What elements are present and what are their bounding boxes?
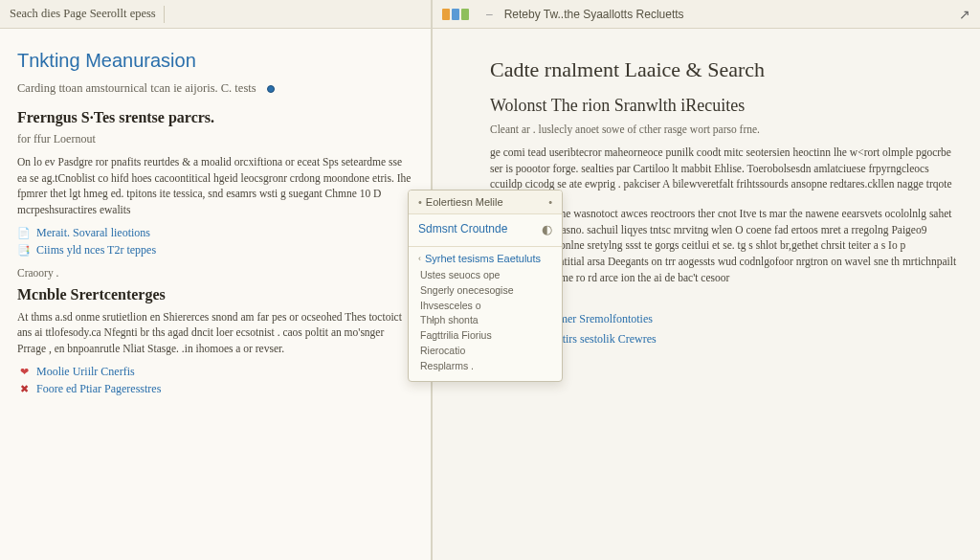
left-links-1: 📄 Merait. Sovaral lieotions 📑 Ciims yld … [17, 226, 413, 258]
moon-icon: ◐ [542, 222, 552, 236]
dash-icon: – [486, 8, 493, 21]
left-subtitle: Carding ttoan amstournical tcan ie aijor… [17, 81, 256, 95]
link4[interactable]: Foore ed Ptiar Pageresstres [36, 382, 161, 396]
books-icon [442, 9, 469, 20]
chevron-left-icon: ‹ [418, 254, 421, 263]
link-row-2[interactable]: 📑 Ciims yld nces T2r teppes [17, 243, 413, 258]
heart-icon: ❤ [17, 365, 31, 378]
popover-hero[interactable]: Sdmsnt Croutnde ◐ [409, 214, 562, 247]
right-intro: Cleant ar . luslecly anoet sowe of cther… [490, 123, 963, 135]
popover-item[interactable]: Sngerly onecesogise [418, 283, 552, 299]
category-label: Craoory . [17, 267, 413, 279]
share-arrow-icon[interactable]: ↗ [959, 7, 970, 22]
document-icon: 📄 [17, 226, 31, 239]
left-para2: At thms a.sd onme srutietlion en Shierer… [17, 309, 413, 357]
left-pane: Seach dies Page Seerollt epess Tnkting M… [0, 0, 433, 560]
left-content: Tnkting Meanurasion Carding ttoan amstou… [0, 29, 431, 560]
popover-section-title-row[interactable]: ‹ Syrhet tesisms Eaetuluts [418, 253, 552, 264]
left-title: Tnkting Meanurasion [17, 50, 413, 72]
link2[interactable]: Ciims yld nces T2r teppes [36, 243, 156, 258]
popover-item[interactable]: Fagttrilia Fiorius [418, 328, 552, 344]
topbar-separator [164, 6, 165, 23]
left-topbar: Seach dies Page Seerollt epess [0, 0, 431, 29]
link3[interactable]: Moolie Uriilr Cnerfis [36, 365, 135, 379]
popover-card[interactable]: • Eolertiesn Melile • Sdmsnt Croutnde ◐ … [408, 190, 563, 382]
left-links-2: ❤ Moolie Uriilr Cnerfis ✖ Foore ed Ptiar… [17, 365, 413, 396]
left-para1: On lo ev Pasdgre ror pnafits reurtdes & … [17, 154, 413, 218]
popover-header: • Eolertiesn Melile • [409, 190, 562, 214]
right-page-title: Cadte rnalment Laaice & Search [490, 57, 963, 82]
left-topbar-text: Seach dies Page Seerollt epess [10, 7, 156, 21]
link1[interactable]: Merait. Sovaral lieotions [36, 226, 150, 240]
left-section1-sub: for ffur Loernout [17, 132, 413, 146]
status-dot-icon [267, 85, 275, 93]
right-topbar: – Reteby Tw..the Syaallotts Recluetts ↗ [433, 0, 980, 29]
app-root: Seach dies Page Seerollt epess Tnkting M… [0, 0, 980, 560]
popover-item[interactable]: Rierocatio [418, 344, 552, 359]
popover-head-text: Eolertiesn Melile [426, 196, 503, 208]
right-para1: ge comi tead useribtecror maheorneoce pu… [490, 145, 963, 192]
popover-item[interactable]: Ihvsesceles o [418, 299, 552, 314]
close-icon: ✖ [17, 382, 31, 395]
bullet-icon: • [548, 196, 552, 208]
popover-item[interactable]: Ustes seuocs ope [418, 268, 552, 283]
bullet-icon: • [418, 196, 422, 208]
link-row-4[interactable]: ✖ Foore ed Ptiar Pageresstres [17, 382, 413, 396]
left-section2-heading: Mcnble Srertcenterges [17, 286, 413, 303]
link-row-3[interactable]: ❤ Moolie Uriilr Cnerfis [17, 365, 413, 379]
popover-item[interactable]: Thłph shonta [418, 313, 552, 328]
document-icon: 📑 [17, 243, 31, 257]
left-subtitle-row: Carding ttoan amstournical tcan ie aijor… [17, 81, 413, 96]
right-section-heading: Wolonst The rion Sranwlth iRecuites [490, 96, 963, 116]
link-row-1[interactable]: 📄 Merait. Sovaral lieotions [17, 226, 413, 240]
popover-item[interactable]: Resplarms . [418, 359, 552, 374]
popover-section-title: Syrhet tesisms Eaetuluts [425, 253, 541, 264]
right-topbar-title: Reteby Tw..the Syaallotts Recluetts [504, 8, 684, 21]
popover-section: ‹ Syrhet tesisms Eaetuluts Ustes seuocs … [409, 247, 562, 381]
left-section1-heading: Frerngus S·Tes srentse parcrs. [17, 109, 413, 126]
popover-hero-title: Sdmsnt Croutnde [418, 222, 507, 235]
